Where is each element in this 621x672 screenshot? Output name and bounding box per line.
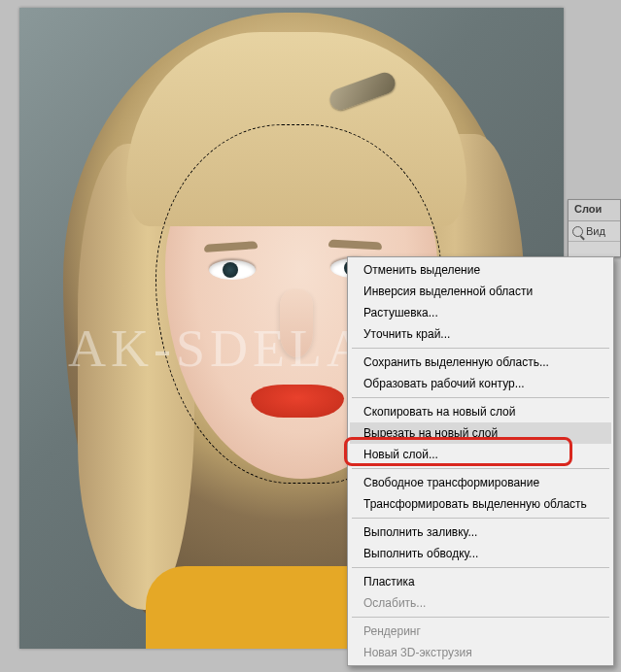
menu-transform-selection[interactable]: Трансформировать выделенную область (350, 493, 611, 515)
context-menu[interactable]: Отменить выделение Инверсия выделенной о… (347, 256, 614, 666)
menu-separator (352, 617, 609, 618)
layers-panel-filter[interactable]: Вид (569, 221, 620, 242)
menu-fill[interactable]: Выполнить заливку... (350, 521, 611, 543)
menu-make-work-path[interactable]: Образовать рабочий контур... (350, 373, 611, 394)
menu-feather[interactable]: Растушевка... (350, 302, 611, 323)
search-icon (572, 226, 583, 237)
menu-separator (352, 397, 609, 398)
layers-filter-label: Вид (586, 225, 605, 237)
layers-panel[interactable]: Слои Вид (568, 199, 621, 257)
menu-refine-edge[interactable]: Уточнить край... (350, 323, 611, 345)
menu-render: Рендеринг (350, 621, 611, 642)
menu-separator (352, 518, 609, 519)
menu-liquify[interactable]: Пластика (350, 571, 611, 592)
photo-lips (251, 385, 344, 418)
menu-layer-via-copy[interactable]: Скопировать на новый слой (350, 401, 611, 422)
menu-deselect[interactable]: Отменить выделение (350, 259, 611, 281)
layers-panel-tab[interactable]: Слои (569, 200, 620, 221)
menu-new-layer[interactable]: Новый слой... (350, 444, 611, 465)
photo-eye-left (209, 260, 256, 280)
menu-separator (352, 348, 609, 349)
menu-select-inverse[interactable]: Инверсия выделенной области (350, 281, 611, 302)
menu-layer-via-cut[interactable]: Вырезать на новый слой (350, 422, 611, 444)
menu-separator (352, 468, 609, 469)
menu-stroke[interactable]: Выполнить обводку... (350, 543, 611, 564)
menu-separator (352, 567, 609, 568)
menu-free-transform[interactable]: Свободное трансформирование (350, 472, 611, 493)
menu-fade: Ослабить... (350, 592, 611, 614)
menu-save-selection[interactable]: Сохранить выделенную область... (350, 352, 611, 373)
menu-new-3d-extrusion: Новая 3D-экструзия (350, 642, 611, 663)
